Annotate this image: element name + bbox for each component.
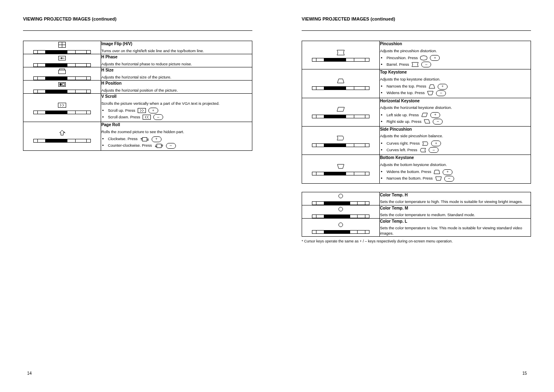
desc-cell: Page Roll Rolls the zoomed picture to se…: [101, 122, 252, 150]
table-row: Pincushion Adjusts the pincushion distor…: [302, 41, 531, 69]
icon-cell: [23, 94, 101, 122]
icon-cell: [302, 155, 380, 183]
minus-button-icon: –: [153, 114, 163, 120]
h-position-icon: [23, 81, 101, 88]
pincushion-out-icon: [420, 55, 427, 60]
svg-rect-12: [58, 103, 66, 107]
icon-cell: [302, 192, 380, 205]
svg-rect-8: [59, 70, 66, 74]
row-title: Image Flip (H/V): [101, 41, 252, 47]
svg-marker-23: [337, 79, 344, 83]
plus-button-icon: +: [431, 141, 441, 146]
row-title: Color Temp. H: [380, 192, 531, 198]
row-title: H Size: [101, 67, 252, 73]
trap-btm-narrow-icon: [435, 176, 442, 181]
row-desc: Sets the color temperature to high. This…: [380, 199, 531, 205]
minus-button-icon: –: [166, 143, 176, 149]
minus-button-icon: –: [444, 176, 454, 182]
desc-cell: Top Keystone Adjusts the top keystone di…: [380, 69, 531, 98]
trap-top-narrow-icon: [429, 84, 435, 89]
svg-marker-5: [61, 57, 63, 59]
row-title: H Position: [101, 81, 252, 86]
desc-cell: Color Temp. H Sets the color temperature…: [380, 192, 531, 205]
icon-cell: [23, 122, 101, 150]
icon-cell: [302, 98, 380, 126]
table-row: Color Temp. L Sets the color temperature…: [302, 218, 531, 236]
slider-bar: [23, 111, 101, 114]
svg-rect-10: [60, 83, 62, 85]
slider-bar: [23, 63, 101, 67]
pincushion-in-icon: [411, 62, 419, 67]
slider-bar: [302, 86, 379, 90]
adjust-table-left: Image Flip (H/V) Turns over on the right…: [23, 41, 252, 151]
bullet: Pincushion. Press +: [386, 55, 531, 61]
svg-rect-11: [62, 83, 65, 85]
section-title-right: VIEWING PROJECTED IMAGES (continued): [302, 16, 531, 21]
bullet: Right side up. Press –: [386, 119, 531, 125]
svg-marker-15: [60, 130, 65, 135]
section-title-left: VIEWING PROJECTED IMAGES (continued): [23, 16, 252, 21]
color-temp-l-icon: [302, 221, 379, 228]
plus-button-icon: +: [148, 108, 158, 113]
svg-marker-30: [434, 170, 440, 174]
bullet: Scroll up. Press +: [108, 108, 252, 113]
divider: [23, 30, 252, 31]
icon-cell: [302, 218, 380, 236]
top-keystone-icon: [302, 77, 379, 85]
row-title: Top Keystone: [380, 69, 531, 75]
table-row: Horizontal Keystone Adjusts the horizont…: [302, 98, 531, 126]
pincushion-icon: [302, 49, 379, 56]
skew-right-icon: [424, 119, 430, 124]
svg-marker-25: [427, 91, 433, 95]
row-title: Page Roll: [101, 122, 252, 128]
skew-left-icon: [421, 113, 428, 117]
minus-button-icon: –: [433, 119, 443, 125]
row-desc: Adjusts the horizontal phase to reduce p…: [101, 62, 252, 67]
plus-button-icon: +: [443, 169, 452, 175]
h-phase-icon: [23, 54, 101, 62]
pin-side-right-icon: [422, 141, 429, 146]
table-row: Image Flip (H/V) Turns over on the right…: [23, 41, 252, 54]
svg-rect-17: [142, 137, 147, 141]
desc-cell: Side Pincushion Adjusts the side pincush…: [380, 126, 531, 154]
minus-button-icon: –: [421, 62, 431, 67]
table-row: Color Temp. M Sets the color temperature…: [302, 205, 531, 218]
slider-bar: [302, 230, 379, 234]
svg-point-33: [339, 207, 343, 211]
icon-cell: [23, 41, 101, 54]
pin-side-left-icon: [420, 148, 426, 152]
icon-cell: [302, 205, 380, 218]
slider-bar: [302, 58, 379, 62]
row-title: Pincushion: [380, 41, 531, 47]
page-number: 14: [23, 363, 252, 376]
color-temp-h-icon: [302, 192, 379, 200]
slider-bar: [23, 139, 101, 143]
row-desc: Adjusts the side pincushion balance.: [380, 134, 531, 139]
icon-cell: [23, 54, 101, 67]
svg-marker-24: [429, 85, 435, 88]
svg-marker-26: [337, 107, 344, 111]
icon-cell: [302, 126, 380, 154]
left-page: VIEWING PROJECTED IMAGES (continued): [23, 16, 252, 376]
plus-button-icon: +: [430, 55, 440, 61]
table-row: H Phase Adjusts the horizontal phase to …: [23, 54, 252, 67]
row-desc: Adjusts the horizontal position of the p…: [101, 88, 252, 93]
plus-button-icon: +: [152, 136, 162, 142]
desc-cell: Pincushion Adjusts the pincushion distor…: [380, 41, 531, 69]
minus-button-icon: –: [436, 90, 446, 96]
icon-cell: [302, 69, 380, 98]
desc-cell: Image Flip (H/V) Turns over on the right…: [101, 41, 252, 54]
table-row: Side Pincushion Adjusts the side pincush…: [302, 126, 531, 154]
row-title: H Phase: [101, 54, 252, 60]
bullet: Widens the bottom. Press +: [386, 169, 531, 175]
footnote: * Cursor keys operate the same as + / – …: [302, 239, 531, 244]
row-desc: Scrolls the picture vertically when a pa…: [101, 101, 252, 106]
flip-hv-icon: [23, 41, 101, 48]
svg-marker-27: [422, 113, 427, 117]
svg-marker-31: [436, 177, 441, 180]
slider-bar: [23, 50, 101, 54]
trap-btm-wide-icon: [434, 170, 440, 174]
color-temp-m-icon: [302, 205, 379, 213]
row-title: V Scroll: [101, 94, 252, 99]
rotate-ccw-icon: [155, 143, 164, 149]
